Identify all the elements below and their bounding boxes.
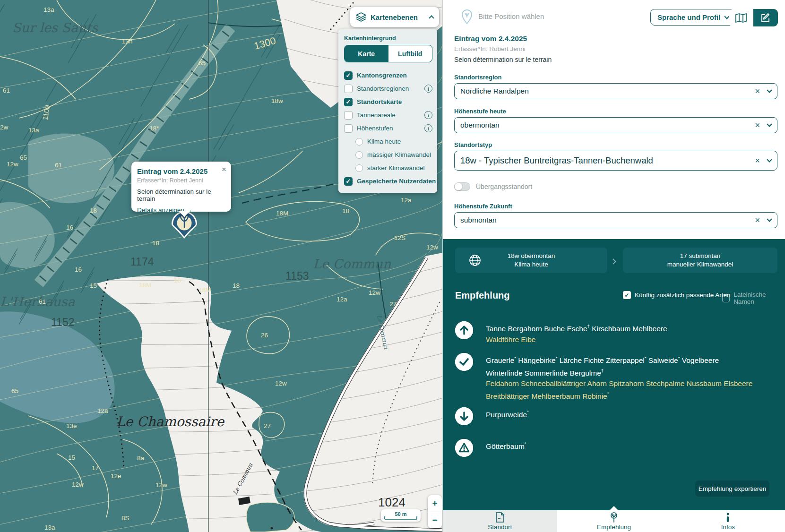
species-line: Grauerle* Hängebirke* Lärche Fichte Zitt… bbox=[486, 353, 752, 366]
popup-pointer bbox=[179, 211, 190, 217]
climate-radio-row: starker Klimawandel bbox=[344, 162, 432, 174]
clear-icon[interactable]: × bbox=[755, 87, 760, 95]
field-value: 18w - Typischer Buntreitgras-Tannen-Buch… bbox=[460, 155, 653, 166]
tab-standort[interactable]: Standort bbox=[443, 510, 557, 532]
map-layers-panel: Kartenhintergrund Karte Luftbild ✓ Kanto… bbox=[338, 29, 437, 193]
map-label: 13e bbox=[66, 422, 77, 429]
recommendation-heading: Empfehlung bbox=[455, 290, 510, 301]
map-label: 8S bbox=[121, 515, 129, 522]
map-scale-bar: 50 m bbox=[381, 509, 421, 522]
map-layers-button[interactable]: Kartenebenen bbox=[350, 7, 440, 27]
chevron-down-icon[interactable] bbox=[767, 87, 772, 93]
climate-radio[interactable] bbox=[355, 151, 363, 159]
map-label: 18M bbox=[198, 286, 211, 293]
tab-infos[interactable]: Infos bbox=[671, 510, 785, 532]
entry-note: Selon détermination sur le terrain bbox=[454, 56, 552, 63]
species-line: Götterbaum° bbox=[486, 439, 526, 452]
chevron-down-icon[interactable] bbox=[767, 121, 772, 127]
standortsregion-select[interactable]: Nördliche Randalpen × bbox=[454, 83, 777, 99]
field-label: Standortsregion bbox=[454, 74, 777, 81]
tab-empfehlung[interactable]: Empfehlung bbox=[557, 510, 671, 532]
clear-icon[interactable]: × bbox=[755, 216, 760, 224]
map-label: 18 bbox=[90, 207, 97, 214]
info-icon[interactable]: i bbox=[424, 124, 432, 132]
position-pin-icon bbox=[461, 9, 473, 25]
future-species-label: Künftig zusätzlich passende Arten bbox=[635, 292, 731, 299]
species-line: Winterlinde Sommerlinde Bergulme† bbox=[486, 366, 752, 379]
background-option-luftbild[interactable]: Luftbild bbox=[388, 45, 432, 62]
layer-row: Standortsregionen i bbox=[344, 82, 432, 95]
map-label: 16 bbox=[66, 224, 73, 231]
document-icon bbox=[496, 512, 504, 523]
map-label: 61 bbox=[39, 298, 46, 305]
layer-checkbox[interactable] bbox=[344, 124, 353, 133]
map-label: 27 bbox=[264, 422, 271, 429]
climate-radio-row: Klima heute bbox=[344, 135, 432, 148]
chevron-down-icon[interactable] bbox=[767, 157, 772, 162]
clear-icon[interactable]: × bbox=[755, 156, 760, 165]
map-label: 8a bbox=[137, 455, 145, 462]
active-tab-notch bbox=[610, 506, 618, 510]
toggle-label: Übergangsstandort bbox=[476, 183, 532, 190]
map-label: 61 bbox=[3, 87, 10, 94]
zoom-out-button[interactable]: − bbox=[428, 512, 442, 529]
field-hoehenstufe-heute: Höhenstufe heute obermontan × bbox=[454, 108, 777, 133]
map-label: 12w bbox=[369, 289, 380, 296]
map-area[interactable]: 13aSur les Sauts13h13006561110018w13a18*… bbox=[0, 0, 442, 532]
climate-radio[interactable] bbox=[355, 138, 363, 146]
warning-icon bbox=[455, 439, 473, 457]
map-label: 12a bbox=[401, 197, 412, 204]
layers-icon bbox=[356, 12, 366, 22]
layer-checkbox[interactable]: ✓ bbox=[344, 98, 353, 106]
layer-label: Kantonsgrenzen bbox=[357, 72, 407, 79]
map-label: 15 bbox=[68, 454, 75, 461]
saved-data-label: Gespeicherte Nutzerdaten bbox=[357, 178, 436, 185]
hoehenstufe-heute-select[interactable]: obermontan × bbox=[454, 117, 777, 133]
zoom-in-button[interactable]: + bbox=[428, 495, 442, 512]
future-species-checkbox[interactable]: ✓ bbox=[623, 291, 631, 299]
latin-names-checkbox[interactable] bbox=[722, 294, 730, 302]
layer-checkbox[interactable]: ✓ bbox=[344, 71, 353, 80]
layer-label: Standortskarte bbox=[357, 98, 402, 105]
species-row: Tanne Bergahorn Buche Esche† Kirschbaum … bbox=[455, 321, 667, 345]
map-label: 27 bbox=[389, 300, 397, 308]
map-label: 12w bbox=[72, 481, 84, 488]
tab-label: Infos bbox=[721, 523, 735, 531]
map-entry-popup: Eintrag vom 2.4.2025 × Erfasser*In: Robe… bbox=[131, 162, 231, 212]
popup-author: Erfasser*In: Robert Jenni bbox=[137, 177, 225, 184]
export-recommendation-button[interactable]: Empfehlung exportieren bbox=[695, 481, 769, 497]
uebergangsstandort-toggle[interactable] bbox=[454, 182, 470, 191]
language-profile-button[interactable]: Sprache und Profil bbox=[650, 9, 736, 26]
map-label: 12a bbox=[97, 407, 108, 414]
hoehenstufe-zukunft-select[interactable]: submontan × bbox=[454, 212, 777, 228]
edit-view-button[interactable] bbox=[753, 9, 778, 26]
chevron-down-icon[interactable] bbox=[767, 216, 772, 222]
suitable-future-icon bbox=[455, 321, 473, 339]
map-view-button[interactable] bbox=[729, 9, 753, 26]
edit-icon bbox=[761, 13, 770, 23]
scale-label: 50 m bbox=[381, 511, 421, 517]
background-option-karte[interactable]: Karte bbox=[345, 45, 388, 62]
info-icon[interactable]: i bbox=[424, 85, 432, 93]
map-label: 12w bbox=[7, 161, 18, 168]
clear-icon[interactable]: × bbox=[755, 121, 760, 129]
field-label: Höhenstufe heute bbox=[454, 108, 777, 115]
layers-button-label: Kartenebenen bbox=[371, 13, 418, 21]
chip-future: 17 submontan manueller Klimawandel bbox=[623, 248, 777, 273]
field-standortsregion: Standortsregion Nördliche Randalpen × bbox=[454, 74, 777, 99]
map-icon bbox=[735, 13, 747, 23]
position-hint-text: Bitte Position wählen bbox=[478, 12, 544, 20]
climate-radio[interactable] bbox=[355, 164, 363, 172]
popup-close-icon[interactable]: × bbox=[222, 165, 226, 173]
map-label: 12S bbox=[394, 234, 405, 241]
standortstyp-select[interactable]: 18w - Typischer Buntreitgras-Tannen-Buch… bbox=[454, 151, 777, 171]
map-label: 18 bbox=[342, 207, 349, 215]
map-label: 18w bbox=[271, 97, 283, 104]
saved-data-checkbox[interactable]: ✓ bbox=[344, 177, 353, 186]
layer-row: ✓ Kantonsgrenzen bbox=[344, 69, 432, 82]
info-icon[interactable]: i bbox=[424, 111, 432, 119]
layer-checkbox[interactable] bbox=[344, 85, 353, 93]
map-label: L'Herbausa bbox=[0, 294, 75, 309]
tree-pin-icon bbox=[610, 512, 618, 523]
layer-checkbox[interactable] bbox=[344, 111, 353, 120]
